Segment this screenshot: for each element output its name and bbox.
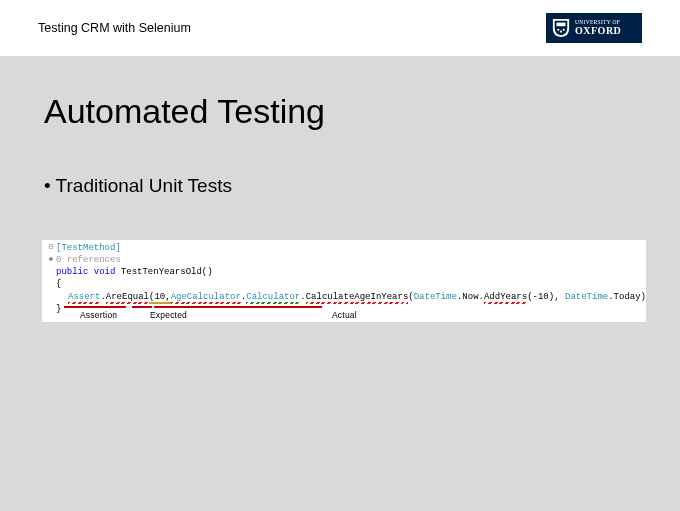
svg-point-2: [563, 29, 565, 31]
badge-line2: OXFORD: [575, 26, 621, 36]
codelens-icon: ◆: [46, 254, 56, 265]
code-attribute: [TestMethod]: [56, 243, 121, 253]
code-references: 0 references: [56, 255, 121, 265]
token-areequal: AreEqual: [106, 292, 149, 302]
header-label: Testing CRM with Selenium: [38, 21, 191, 35]
underline-expected: [132, 306, 152, 308]
token-calculator: Calculator: [246, 292, 300, 302]
oxford-crest-icon: [552, 18, 570, 38]
slide-title: Automated Testing: [44, 92, 636, 131]
token-datetime1: DateTime: [414, 292, 457, 302]
collapse-icon: ⊟: [46, 242, 56, 253]
svg-point-1: [557, 29, 559, 31]
underline-assertion: [64, 306, 126, 308]
svg-point-3: [560, 31, 562, 33]
slide-content: Automated Testing • Traditional Unit Tes…: [0, 56, 680, 197]
svg-rect-0: [557, 23, 566, 27]
kw-void: void: [94, 267, 116, 277]
slide-header: Testing CRM with Selenium UNIVERSITY OF …: [0, 0, 680, 56]
token-agecalc: AgeCalculator: [171, 292, 241, 302]
brace-close: }: [56, 304, 61, 314]
method-name: TestTenYearsOld(): [121, 267, 213, 277]
token-assert: Assert: [68, 292, 100, 302]
bullet-item: • Traditional Unit Tests: [44, 175, 636, 197]
token-addyears: AddYears: [484, 292, 527, 302]
token-args-open: (10,: [149, 292, 171, 302]
badge-text: UNIVERSITY OF OXFORD: [575, 20, 621, 36]
label-assertion: Assertion: [80, 310, 117, 321]
underline-actual: [154, 306, 322, 308]
kw-public: public: [56, 267, 88, 277]
oxford-badge: UNIVERSITY OF OXFORD: [546, 13, 642, 43]
token-calcage: CalculateAgeInYears: [306, 292, 409, 302]
brace-open: {: [56, 279, 61, 289]
label-actual: Actual: [332, 310, 357, 321]
label-expected: Expected: [150, 310, 187, 321]
code-assert-line: Assert.AreEqual(10, AgeCalculator.Calcul…: [46, 291, 642, 303]
token-datetime2: DateTime: [565, 292, 608, 302]
code-sample: ⊟[TestMethod] ◆0 references public void …: [42, 240, 646, 322]
